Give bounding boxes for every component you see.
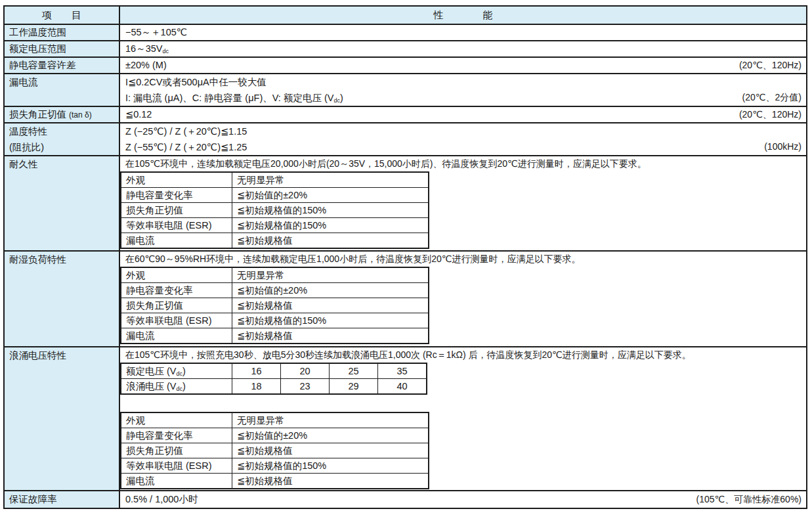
surge-rated-voltage-label-close: )	[182, 366, 186, 376]
endurance-item-1-name: 静电容量变化率	[121, 188, 232, 203]
endurance-item-4-name: 漏电流	[121, 233, 232, 249]
humidity-load-intro: 在60℃90～95%RH环境中，连续加载额定电压1,000小时后，待温度恢复到2…	[120, 252, 806, 267]
surge-item-4-spec: ≦初始规格值	[232, 474, 429, 489]
temp-characteristics-line1: Z (−25℃) / Z (＋20℃)≦1.15	[120, 123, 806, 139]
dc-subscript: dc	[177, 370, 183, 377]
endurance-item-4-spec: ≦初始规格值	[232, 233, 429, 249]
humidity-item-3-name: 等效串联电阻 (ESR)	[121, 313, 232, 328]
table-row: 漏电流≦初始规格值	[121, 474, 429, 489]
table-row: 漏电流≦初始规格值	[121, 233, 429, 249]
surge-item-4-name: 漏电流	[121, 474, 232, 489]
surge-surge-voltage-label-text: 浪涌电压 (V	[126, 381, 177, 391]
table-row: 额定电压 (Vdc) 16 20 25 35	[121, 363, 427, 379]
tan-delta-value: ≦0.12	[120, 107, 806, 122]
rated-voltage-label: 额定电压范围	[5, 41, 120, 56]
table-row: 漏电流≦初始规格值	[121, 328, 429, 344]
surge-surge-value-2: 29	[330, 379, 378, 395]
dc-subscript: dc	[177, 386, 183, 392]
table-row: 损失角正切值≦初始规格值	[121, 443, 429, 458]
surge-item-3-name: 等效串联电阻 (ESR)	[121, 458, 232, 474]
row-endurance: 耐久性 在105℃环境中，连续加载额定电压20,000小时后(20～35V，15…	[5, 155, 806, 250]
temp-characteristics-label: 温度特性 (阻抗比)	[5, 123, 120, 155]
surge-rated-voltage-label: 额定电压 (Vdc)	[121, 363, 232, 379]
surge-voltage-subtable: 外观无明显异常 静电容量变化率≦初始值的±20% 损失角正切值≦初始规格值 等效…	[120, 412, 429, 489]
temp-characteristics-label-line2: (阻抗比)	[9, 139, 119, 155]
humidity-item-0-name: 外观	[121, 267, 232, 283]
endurance-item-2-name: 损失角正切值	[121, 203, 232, 218]
endurance-item-0-spec: 无明显异常	[232, 172, 429, 188]
surge-item-0-spec: 无明显异常	[232, 412, 429, 428]
temp-characteristics-line2: Z (−55℃) / Z (＋20℃)≦1.25	[120, 139, 806, 155]
tan-delta-condition: (20℃、120Hz)	[739, 107, 801, 122]
row-humidity-load: 耐湿负荷特性 在60℃90～95%RH环境中，连续加载额定电压1,000小时后，…	[5, 250, 806, 346]
row-tan-delta: 损失角正切值 (tan δ) ≦0.12 (20℃、120Hz)	[5, 106, 806, 122]
surge-rated-value-3: 35	[378, 363, 427, 379]
humidity-item-4-spec: ≦初始规格值	[232, 328, 429, 344]
table-row: 外观无明显异常	[121, 267, 429, 283]
table-row: 损失角正切值≦初始规格值	[121, 298, 429, 313]
table-row: 等效串联电阻 (ESR)≦初始规格值的150%	[121, 313, 429, 328]
endurance-item-2-spec: ≦初始规格值的150%	[232, 203, 429, 218]
humidity-load-subtable: 外观无明显异常 静电容量变化率≦初始值的±20% 损失角正切值≦初始规格值 等效…	[120, 267, 429, 344]
tan-delta-label: 损失角正切值 (tan δ)	[5, 107, 120, 122]
surge-rated-value-1: 20	[281, 363, 330, 379]
operating-temp-value: −55～＋105℃	[120, 25, 806, 40]
humidity-item-1-spec: ≦初始值的±20%	[232, 283, 429, 298]
humidity-item-0-spec: 无明显异常	[232, 267, 429, 283]
humidity-load-label: 耐湿负荷特性	[5, 252, 120, 346]
header-performance: 性 能	[120, 7, 806, 24]
table-row: 静电容量变化率≦初始值的±20%	[121, 428, 429, 443]
table-row: 外观无明显异常	[121, 172, 429, 188]
surge-surge-value-0: 18	[232, 379, 281, 395]
dc-subscript: dc	[333, 97, 340, 104]
endurance-item-3-spec: ≦初始规格值的150%	[232, 218, 429, 233]
surge-rated-value-0: 16	[232, 363, 281, 379]
surge-item-0-name: 外观	[121, 412, 232, 428]
surge-voltage-spacer	[120, 395, 806, 412]
capacitance-tolerance-value: ±20% (M)	[120, 58, 806, 73]
tan-delta-label-main: 损失角正切值	[9, 109, 69, 120]
surge-voltage-intro: 在105℃环境中，按照充电30秒、放电5分30秒连续加载浪涌电压1,000次 (…	[120, 347, 806, 363]
endurance-item-1-spec: ≦初始值的±20%	[232, 188, 429, 203]
surge-surge-value-1: 23	[281, 379, 330, 395]
surge-voltage-label: 浪涌电压特性	[5, 347, 120, 490]
table-row: 等效串联电阻 (ESR)≦初始规格值的150%	[121, 218, 429, 233]
table-header-row: 项 目 性 能	[5, 7, 806, 24]
endurance-intro: 在105℃环境中，连续加载额定电压20,000小时后(20～35V，15,000…	[120, 156, 806, 171]
table-row: 外观无明显异常	[121, 412, 429, 428]
temp-characteristics-condition: (100kHz)	[764, 139, 801, 155]
surge-item-3-spec: ≦初始规格值的150%	[232, 458, 429, 474]
endurance-item-3-name: 等效串联电阻 (ESR)	[121, 218, 232, 233]
surge-rated-value-2: 25	[330, 363, 378, 379]
humidity-item-3-spec: ≦初始规格值的150%	[232, 313, 429, 328]
table-row: 静电容量变化率≦初始值的±20%	[121, 283, 429, 298]
humidity-item-2-spec: ≦初始规格值	[232, 298, 429, 313]
humidity-item-1-name: 静电容量变化率	[121, 283, 232, 298]
surge-surge-voltage-label: 浪涌电压 (Vdc)	[121, 379, 232, 395]
surge-rated-voltage-label-text: 额定电压 (V	[126, 366, 177, 376]
surge-voltage-table: 额定电压 (Vdc) 16 20 25 35 浪涌电压 (Vdc) 18 23 …	[120, 363, 427, 395]
rated-voltage-value-main: 16～35V	[125, 43, 162, 54]
row-surge-voltage: 浪涌电压特性 在105℃环境中，按照充电30秒、放电5分30秒连续加载浪涌电压1…	[5, 346, 806, 490]
failure-rate-condition: (105℃、可靠性标准60%)	[696, 491, 801, 508]
surge-item-2-spec: ≦初始规格值	[232, 443, 429, 458]
leakage-current-line2: I: 漏电流 (μA)、C: 静电容量 (μF)、V: 额定电压 (Vdc)	[120, 90, 806, 106]
failure-rate-label: 保证故障率	[5, 491, 120, 508]
row-capacitance-tolerance: 静电容量容许差 ±20% (M) (20℃、120Hz)	[5, 56, 806, 73]
table-row: 损失角正切值≦初始规格值的150%	[121, 203, 429, 218]
operating-temp-label: 工作温度范围	[5, 25, 120, 40]
row-rated-voltage: 额定电压范围 16～35Vdc	[5, 40, 806, 56]
humidity-item-4-name: 漏电流	[121, 328, 232, 344]
row-temp-characteristics: 温度特性 (阻抗比) Z (−25℃) / Z (＋20℃)≦1.15 Z (−…	[5, 122, 806, 155]
endurance-label: 耐久性	[5, 156, 120, 250]
row-failure-rate: 保证故障率 0.5% / 1,000小时 (105℃、可靠性标准60%)	[5, 490, 806, 508]
surge-surge-voltage-label-close: )	[182, 381, 186, 391]
leakage-current-line2-text: I: 漏电流 (μA)、C: 静电容量 (μF)、V: 额定电压 (V	[125, 93, 333, 103]
row-leakage-current: 漏电流 I≦0.2CV或者500μA中任一较大值 I: 漏电流 (μA)、C: …	[5, 73, 806, 106]
tan-delta-label-paren: (tan δ)	[69, 110, 92, 120]
table-row: 静电容量变化率≦初始值的±20%	[121, 188, 429, 203]
spec-table: 项 目 性 能 工作温度范围 −55～＋105℃ 额定电压范围 16～35Vdc…	[3, 5, 807, 509]
header-item: 项 目	[5, 7, 120, 24]
table-row: 浪涌电压 (Vdc) 18 23 29 40	[121, 379, 427, 395]
surge-surge-value-3: 40	[378, 379, 427, 395]
